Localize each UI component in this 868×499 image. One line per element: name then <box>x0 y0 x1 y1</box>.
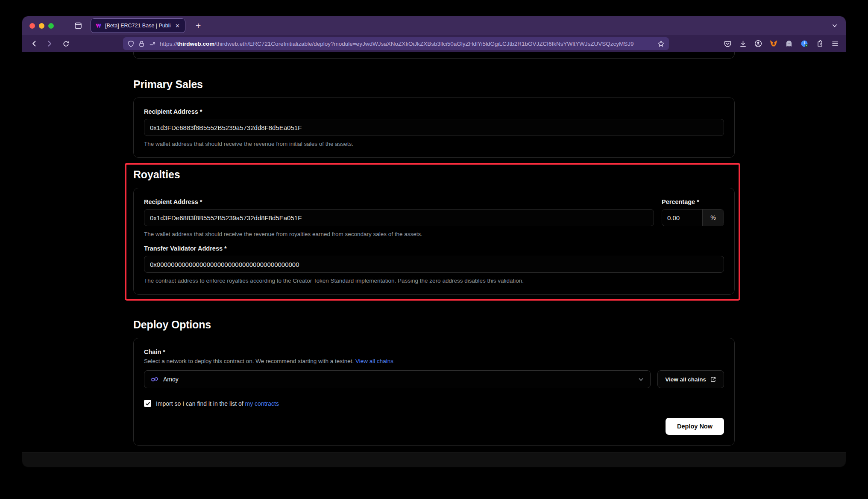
new-tab-button[interactable]: + <box>192 21 204 31</box>
account-icon[interactable] <box>753 37 764 50</box>
royalty-recipient-input[interactable] <box>144 209 654 226</box>
window-controls <box>29 23 54 29</box>
royalty-recipient-label: Recipient Address * <box>144 198 654 205</box>
pocket-icon[interactable] <box>722 37 733 50</box>
royalty-recipient-help: The wallet address that should receive t… <box>144 231 724 237</box>
transfer-validator-input[interactable] <box>144 256 724 273</box>
list-tabs-chevron-icon[interactable] <box>831 22 838 29</box>
back-icon[interactable] <box>27 37 41 50</box>
royalties-card: Recipient Address * Percentage * % The w… <box>133 188 735 295</box>
extensions-puzzle-icon[interactable] <box>814 37 825 50</box>
chain-help: Select a network to deploy this contract… <box>144 358 724 364</box>
minimize-window-button[interactable] <box>39 23 44 29</box>
chain-label: Chain * <box>144 348 724 355</box>
metamask-icon[interactable] <box>768 37 779 50</box>
toolbar-extensions <box>722 37 841 50</box>
reload-icon[interactable] <box>59 37 73 50</box>
maximize-window-button[interactable] <box>48 23 54 29</box>
chain-select[interactable]: Amoy <box>144 370 651 388</box>
page-footer <box>22 452 846 467</box>
url-bar[interactable]: https://thirdweb.com/thirdweb.eth/ERC721… <box>123 37 669 50</box>
my-contracts-link[interactable]: my contracts <box>245 400 279 407</box>
primary-sales-heading: Primary Sales <box>133 78 735 91</box>
check-icon <box>145 401 150 406</box>
menu-hamburger-icon[interactable] <box>830 37 841 50</box>
phantom-icon[interactable] <box>783 37 795 50</box>
transfer-validator-help: The contract address to enforce royaltie… <box>144 278 724 284</box>
view-all-chains-button[interactable]: View all chains <box>657 370 724 388</box>
royalty-percentage-input[interactable] <box>662 210 702 226</box>
import-checkbox[interactable] <box>144 400 151 407</box>
blue-extension-icon[interactable] <box>799 37 810 50</box>
chain-value: Amoy <box>163 376 179 383</box>
primary-sales-card: Recipient Address * The wallet address t… <box>133 97 735 158</box>
polygon-chain-icon <box>150 375 159 384</box>
percent-suffix: % <box>702 210 724 226</box>
deploy-options-card: Chain * Select a network to deploy this … <box>133 338 735 446</box>
tracking-protection-shield-icon[interactable] <box>127 40 135 47</box>
tab-bar: [Beta] ERC721 Base | Published ✕ + <box>22 16 846 35</box>
deploy-now-button[interactable]: Deploy Now <box>666 418 724 435</box>
import-row: Import so I can find it in the list of m… <box>144 400 724 407</box>
bookmark-star-icon[interactable] <box>657 40 665 47</box>
view-all-chains-link[interactable]: View all chains <box>355 358 393 364</box>
firefox-view-icon[interactable] <box>72 19 85 32</box>
close-window-button[interactable] <box>29 23 35 29</box>
deploy-options-heading: Deploy Options <box>133 319 735 331</box>
primary-recipient-input[interactable] <box>144 119 724 136</box>
royalties-heading: Royalties <box>133 168 735 181</box>
previous-card-remnant <box>133 52 735 59</box>
page-content: Primary Sales Recipient Address * The wa… <box>22 52 846 467</box>
lock-icon[interactable] <box>138 40 145 47</box>
browser-window: [Beta] ERC721 Base | Published ✕ + https… <box>22 16 846 467</box>
import-label: Import so I can find it in the list of m… <box>156 400 279 407</box>
primary-recipient-label: Recipient Address * <box>144 108 724 115</box>
external-link-icon <box>710 376 716 383</box>
active-tab[interactable]: [Beta] ERC721 Base | Published ✕ <box>91 18 185 33</box>
primary-recipient-help: The wallet address that should receive t… <box>144 141 724 147</box>
navigation-bar: https://thirdweb.com/thirdweb.eth/ERC721… <box>22 35 846 52</box>
royalty-percentage-label: Percentage * <box>662 198 724 205</box>
tab-title: [Beta] ERC721 Base | Published <box>105 23 171 29</box>
chevron-down-icon <box>638 376 644 383</box>
url-text: https://thirdweb.com/thirdweb.eth/ERC721… <box>160 41 654 47</box>
site-permissions-icon[interactable] <box>149 40 156 47</box>
royalties-section: Royalties Recipient Address * Percentage… <box>133 163 735 301</box>
thirdweb-favicon <box>95 23 102 29</box>
royalty-percentage-group: % <box>662 209 724 226</box>
downloads-icon[interactable] <box>737 37 748 50</box>
forward-icon[interactable] <box>43 37 56 50</box>
tab-close-icon[interactable]: ✕ <box>174 22 181 30</box>
transfer-validator-label: Transfer Validator Address * <box>144 245 724 252</box>
